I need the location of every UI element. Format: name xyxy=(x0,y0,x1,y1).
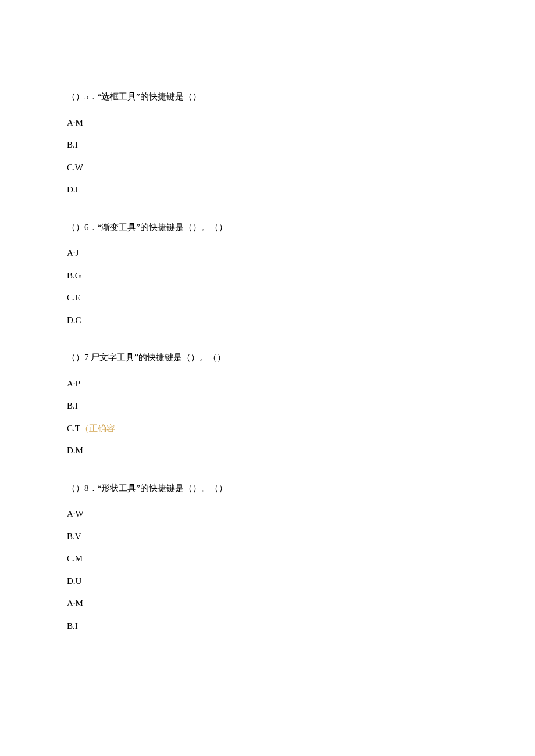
option-b: B.I xyxy=(67,399,468,413)
option-d: D.U xyxy=(67,575,468,588)
question-prompt: （）6．“渐变工具”的快捷键是（）。（） xyxy=(67,221,468,234)
option-b-extra: B.I xyxy=(67,619,468,633)
option-a: A·J xyxy=(67,246,468,260)
option-b: B.I xyxy=(67,138,468,152)
question-8: （）8．“形状工具”的快捷键是（）。（） A·W B.V C.M D.U A·M… xyxy=(67,482,468,633)
option-c: C.T（正确容 xyxy=(67,422,468,435)
question-prompt: （）5．“选框工具”的快捷键是（） xyxy=(67,90,468,103)
option-a: A·P xyxy=(67,377,468,390)
question-7: （）7 尸文字工具”的快捷键是（）。（） A·P B.I C.T（正确容 D.M xyxy=(67,351,468,457)
option-a: A·M xyxy=(67,116,468,130)
option-a-extra: A·M xyxy=(67,597,468,610)
option-b: B.G xyxy=(67,269,468,282)
option-b: B.V xyxy=(67,530,468,543)
option-c: C.W xyxy=(67,161,468,174)
option-c: C.M xyxy=(67,552,468,565)
option-d: D.C xyxy=(67,314,468,327)
question-5: （）5．“选框工具”的快捷键是（） A·M B.I C.W D.L xyxy=(67,90,468,196)
question-prompt: （）7 尸文字工具”的快捷键是（）。（） xyxy=(67,351,468,364)
question-prompt: （）8．“形状工具”的快捷键是（）。（） xyxy=(67,482,468,495)
option-c: C.E xyxy=(67,291,468,304)
option-d: D.L xyxy=(67,183,468,196)
option-c-prefix: C.T xyxy=(67,424,80,433)
correct-answer-hint: （正确容 xyxy=(80,424,115,433)
option-d: D.M xyxy=(67,444,468,457)
option-a: A·W xyxy=(67,507,468,521)
question-6: （）6．“渐变工具”的快捷键是（）。（） A·J B.G C.E D.C xyxy=(67,221,468,327)
